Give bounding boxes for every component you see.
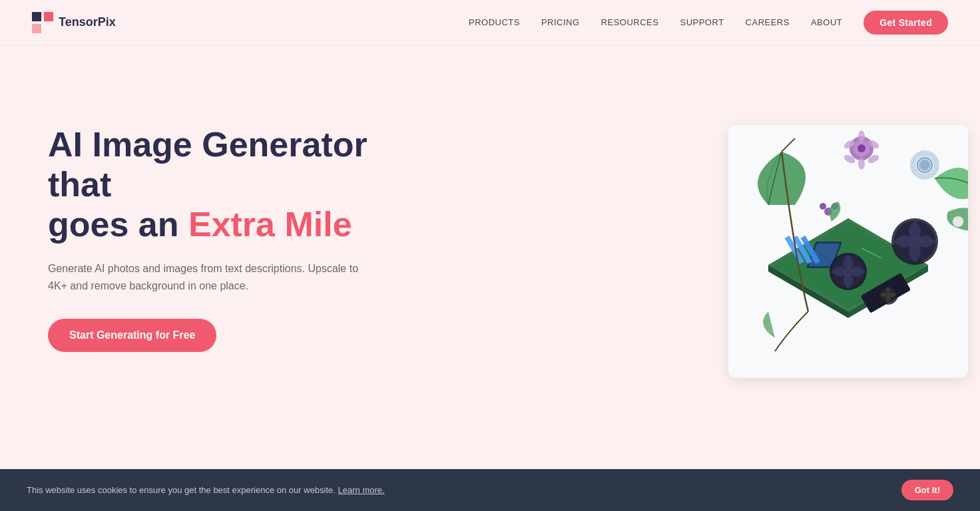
get-started-button[interactable]: Get Started xyxy=(863,11,948,35)
cookie-learn-more-link[interactable]: Learn more. xyxy=(338,485,385,495)
nav-item-careers[interactable]: CAREERS xyxy=(746,17,790,27)
logo[interactable]: TensorPix xyxy=(32,12,116,33)
nav-item-about[interactable]: ABOUT xyxy=(811,17,842,27)
hero-title: AI Image Generator that goes an Extra Mi… xyxy=(48,125,434,244)
svg-point-26 xyxy=(858,130,865,142)
cookie-banner: This website uses cookies to ensure you … xyxy=(0,469,980,511)
nav-item-resources[interactable]: RESOURCES xyxy=(601,17,659,27)
svg-point-25 xyxy=(858,144,865,152)
nav-item-pricing[interactable]: PRICING xyxy=(541,17,580,27)
svg-point-29 xyxy=(858,158,865,170)
hero-section: AI Image Generator that goes an Extra Mi… xyxy=(0,45,980,458)
ai-generated-image xyxy=(728,125,968,378)
navbar: TensorPix PRODUCTS PRICING RESOURCES SUP… xyxy=(0,0,980,45)
svg-point-40 xyxy=(820,203,826,210)
cookie-accept-button[interactable]: Got It! xyxy=(901,480,953,500)
hero-left: AI Image Generator that goes an Extra Mi… xyxy=(48,98,434,352)
logo-text: TensorPix xyxy=(59,15,116,29)
nav-item-products[interactable]: PRODUCTS xyxy=(469,17,520,27)
start-generating-button[interactable]: Start Generating for Free xyxy=(48,319,216,352)
nav-links: PRODUCTS PRICING RESOURCES SUPPORT CAREE… xyxy=(469,11,948,35)
logo-icon xyxy=(32,12,53,33)
cookie-text: This website uses cookies to ensure you … xyxy=(27,485,385,495)
svg-point-37 xyxy=(953,216,963,227)
hero-accent: Extra Mile xyxy=(188,205,352,244)
hero-description: Generate AI photos and images from text … xyxy=(48,260,368,294)
hero-right: GENERATE xyxy=(762,98,948,206)
svg-point-34 xyxy=(920,160,929,170)
nav-item-support[interactable]: SUPPORT xyxy=(680,17,724,27)
